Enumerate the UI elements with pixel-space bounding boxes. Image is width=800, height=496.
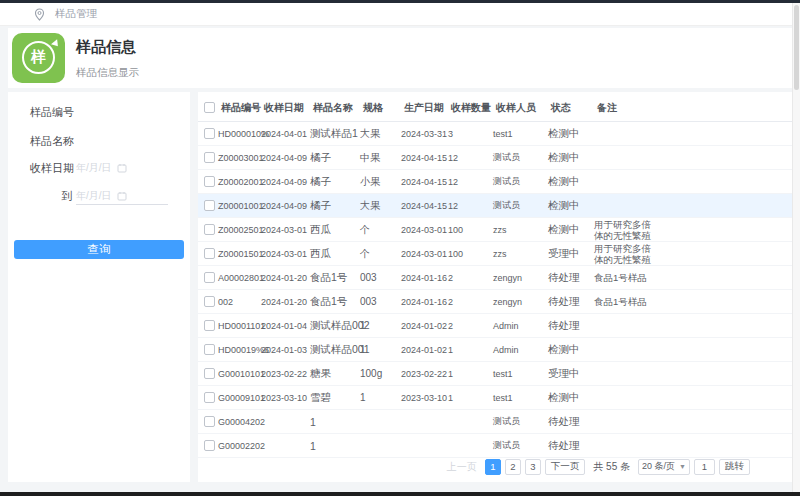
jump-button[interactable]: 跳转 xyxy=(719,459,750,475)
page-button[interactable]: 3 xyxy=(525,459,541,475)
cell: 100 xyxy=(448,249,493,259)
receive-date-row: 收样日期 年/月/日 xyxy=(8,158,190,178)
column-header: 生产日期 xyxy=(401,101,448,115)
cell: 用于研究多倍体的无性繁殖 xyxy=(594,219,654,241)
vertical-scrollbar[interactable] xyxy=(792,3,800,492)
column-header: 收样数量 xyxy=(448,101,493,115)
cell: 测试员 xyxy=(493,199,548,212)
row-checkbox[interactable] xyxy=(204,200,215,211)
cell: 检测中 xyxy=(548,151,594,165)
table-row: 0022024-01-20食品1号0032024-01-162zengyn待处理… xyxy=(198,290,792,314)
cell: 2023-03-10 xyxy=(261,393,310,403)
cell: 2 xyxy=(448,273,493,283)
cell: zzs xyxy=(493,225,548,235)
arrowhead-icon xyxy=(51,39,61,49)
cell: 检测中 xyxy=(548,127,594,141)
cell: 1 xyxy=(360,392,401,403)
cell: 橘子 xyxy=(310,199,360,213)
cell: 检测中 xyxy=(548,391,594,405)
to-label: 到 xyxy=(30,189,76,204)
jump-page-input[interactable] xyxy=(694,459,715,475)
cell: G00004202 xyxy=(218,417,261,427)
page-button[interactable]: 1 xyxy=(485,459,501,475)
cell: 2023-02-22 xyxy=(261,369,310,379)
row-checkbox[interactable] xyxy=(204,176,215,187)
cell: Z00001501 xyxy=(218,249,261,259)
cell: 2024-01-02 xyxy=(401,321,448,331)
column-header: 备注 xyxy=(594,102,654,113)
cell: 1 xyxy=(310,440,360,452)
cell: 中果 xyxy=(360,151,401,165)
row-checkbox[interactable] xyxy=(204,392,215,403)
page-title: 样品信息 xyxy=(76,38,136,57)
cell: Z00003001 xyxy=(218,153,261,163)
cell: 003 xyxy=(360,272,401,283)
cell: 用于研究多倍体的无性繁殖 xyxy=(594,243,654,265)
row-checkbox[interactable] xyxy=(204,440,215,451)
page-size-select[interactable]: 20 条/页 ▼ xyxy=(638,459,690,475)
row-checkbox[interactable] xyxy=(204,152,215,163)
receive-date-end-input[interactable]: 年/月/日 xyxy=(76,187,168,205)
prev-page-button[interactable]: 上一页 xyxy=(447,460,477,474)
row-checkbox[interactable] xyxy=(204,368,215,379)
row-checkbox[interactable] xyxy=(204,224,215,235)
cell: test1 xyxy=(493,129,548,139)
receive-date-start-input[interactable]: 年/月/日 xyxy=(76,159,168,177)
calendar-icon xyxy=(117,163,127,173)
cell: HD0001101 xyxy=(218,321,261,331)
sample-name-input[interactable] xyxy=(76,132,176,150)
cell: 2024-01-16 xyxy=(401,297,448,307)
sample-no-input[interactable] xyxy=(76,103,176,121)
cell: 2024-01-20 xyxy=(261,297,310,307)
row-checkbox[interactable] xyxy=(204,296,215,307)
scrollbar-thumb[interactable] xyxy=(794,5,799,90)
cell: 食品1号 xyxy=(310,271,360,285)
screen: 样品管理 样 样品信息 样品信息显示 样品编号 样品名称 收样日期 年/月/日 xyxy=(0,0,800,496)
cell: 检测中 xyxy=(548,343,594,357)
cell: 2024-04-15 xyxy=(401,153,448,163)
cell: test1 xyxy=(493,393,548,403)
cell: 1 xyxy=(310,416,360,428)
cell: 测试样品1 xyxy=(310,127,360,141)
row-checkbox[interactable] xyxy=(204,248,215,259)
cell: 待处理 xyxy=(548,271,594,285)
cell: 1 xyxy=(448,345,493,355)
row-checkbox[interactable] xyxy=(204,128,215,139)
cell: 2024-01-20 xyxy=(261,273,310,283)
cell: 检测中 xyxy=(548,175,594,189)
location-pin-icon xyxy=(34,8,45,21)
sample-name-row: 样品名称 xyxy=(8,131,190,151)
cell: 2024-03-01 xyxy=(401,249,448,259)
row-checkbox[interactable] xyxy=(204,416,215,427)
column-header: 规格 xyxy=(360,101,401,115)
query-button[interactable]: 查询 xyxy=(14,240,184,259)
cell: 2024-03-01 xyxy=(401,225,448,235)
row-checkbox[interactable] xyxy=(204,344,215,355)
row-checkbox[interactable] xyxy=(204,320,215,331)
page-button[interactable]: 2 xyxy=(505,459,521,475)
cell: 糖果 xyxy=(310,367,360,381)
next-page-button[interactable]: 下一页 xyxy=(545,459,586,475)
cell: 待处理 xyxy=(548,415,594,429)
column-header: 样品名称 xyxy=(310,101,360,115)
sample-no-row: 样品编号 xyxy=(8,102,190,122)
topbar: 样品管理 xyxy=(0,3,800,26)
table-row: HD00019%62024-01-03测试样品00112024-01-021Ad… xyxy=(198,338,792,362)
pagination: 上一页 123 下一页 共 55 条 20 条/页 ▼ 跳转 xyxy=(447,458,750,475)
cell: 检测中 xyxy=(548,223,594,237)
sample-name-label: 样品名称 xyxy=(30,134,76,149)
table-row: G000042021测试员待处理 xyxy=(198,410,792,434)
page-size-value: 20 条/页 xyxy=(642,460,675,473)
table-row: Z000030012024-04-09橘子中果2024-04-1512测试员检测… xyxy=(198,146,792,170)
cell: 2 xyxy=(448,321,493,331)
row-checkbox[interactable] xyxy=(204,272,215,283)
cell: G00009101 xyxy=(218,393,261,403)
cell: 西瓜 xyxy=(310,223,360,237)
cell: 2024-01-02 xyxy=(401,345,448,355)
table-row: G000022021测试员待处理 xyxy=(198,434,792,458)
table-row: Z000010012024-04-09橘子大果2024-04-1512测试员检测… xyxy=(198,194,792,218)
page-subtitle: 样品信息显示 xyxy=(76,66,139,80)
select-all-checkbox[interactable] xyxy=(204,102,215,113)
cell: 检测中 xyxy=(548,199,594,213)
cell: 2024-01-16 xyxy=(401,273,448,283)
